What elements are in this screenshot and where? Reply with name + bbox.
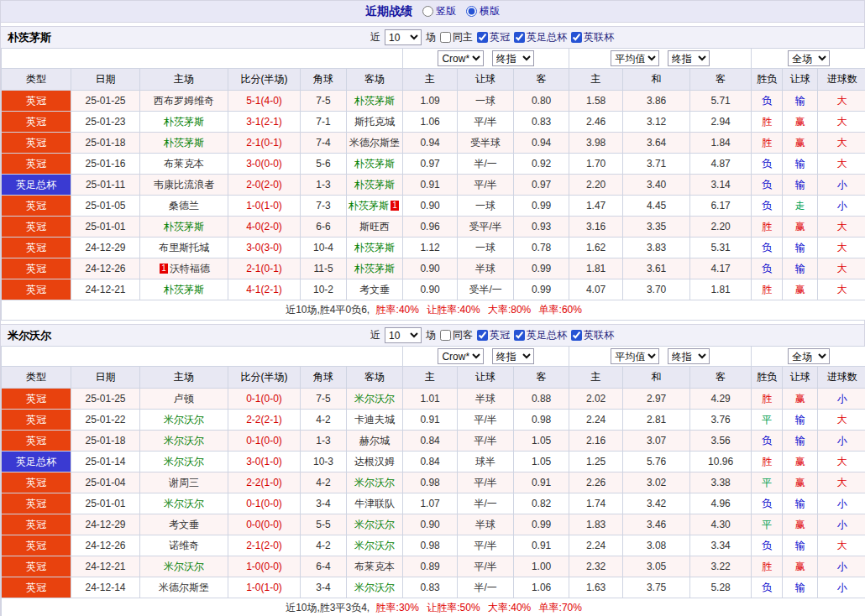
- efl-cup-filter[interactable]: 英联杯: [571, 328, 614, 342]
- scope-select[interactable]: 全场: [788, 348, 830, 364]
- average-select[interactable]: 平均值: [611, 348, 659, 364]
- team-name[interactable]: 布莱克本: [164, 158, 204, 170]
- bookmaker-select[interactable]: Crow*: [438, 348, 484, 364]
- team-name[interactable]: 朴茨茅斯: [164, 221, 204, 232]
- league-badge[interactable]: 英足总杯: [2, 175, 71, 196]
- team-name[interactable]: 朴茨茅斯: [354, 95, 395, 107]
- team-name[interactable]: 朴茨茅斯: [349, 200, 389, 211]
- league-badge[interactable]: 英冠: [2, 389, 71, 410]
- score-cell[interactable]: 2-1(2-0): [228, 535, 301, 556]
- match-count-select[interactable]: 10: [385, 29, 422, 45]
- team-name[interactable]: 米尔沃尔: [164, 414, 204, 425]
- team-name[interactable]: 米德尔斯堡: [349, 137, 400, 149]
- team-name[interactable]: 卢顿: [174, 393, 194, 405]
- team-name[interactable]: 米德尔斯堡: [159, 582, 209, 593]
- view-option-vertical[interactable]: 竖版: [422, 4, 456, 18]
- team-name[interactable]: 米尔沃尔: [164, 561, 204, 572]
- score-cell[interactable]: 2-1(0-1): [228, 133, 301, 154]
- team-name[interactable]: 韦康比流浪者: [154, 179, 214, 191]
- team-name[interactable]: 考文垂: [359, 284, 390, 295]
- score-cell[interactable]: 0-0(0-0): [228, 514, 301, 535]
- team-name[interactable]: 诺维奇: [169, 540, 199, 551]
- championship-filter[interactable]: 英冠: [477, 30, 510, 44]
- league-badge[interactable]: 英冠: [2, 112, 71, 133]
- efl-cup-checkbox[interactable]: [571, 330, 582, 341]
- team-name[interactable]: 卡迪夫城: [354, 414, 395, 425]
- score-cell[interactable]: 3-0(0-0): [228, 154, 301, 175]
- league-badge[interactable]: 英冠: [2, 91, 71, 112]
- team-name[interactable]: 米尔沃尔: [164, 435, 204, 446]
- score-cell[interactable]: 3-0(1-0): [228, 452, 301, 472]
- team-name[interactable]: 朴茨茅斯: [354, 158, 395, 170]
- score-cell[interactable]: 1-0(0-0): [228, 556, 301, 577]
- team-name[interactable]: 米尔沃尔: [164, 498, 204, 509]
- bookmaker-select[interactable]: Crow*: [438, 50, 484, 66]
- league-badge[interactable]: 英冠: [2, 154, 71, 175]
- team-name[interactable]: 米尔沃尔: [354, 540, 395, 551]
- team-name[interactable]: 牛津联队: [354, 498, 395, 509]
- score-cell[interactable]: 3-1(2-1): [228, 112, 301, 133]
- score-cell[interactable]: 2-2(2-1): [228, 410, 301, 431]
- score-cell[interactable]: 0-1(0-0): [228, 493, 301, 514]
- league-badge[interactable]: 英冠: [2, 514, 71, 535]
- team-name[interactable]: 考文垂: [169, 519, 199, 530]
- team-name[interactable]: 斯旺西: [359, 221, 390, 232]
- score-cell[interactable]: 0-1(0-0): [228, 389, 301, 410]
- scope-select[interactable]: 全场: [788, 50, 830, 66]
- vertical-view-radio[interactable]: [422, 6, 433, 17]
- team-name[interactable]: 西布罗姆维奇: [154, 95, 214, 107]
- league-badge[interactable]: 英冠: [2, 472, 71, 493]
- league-badge[interactable]: 英冠: [2, 493, 71, 514]
- final-odds-select-1[interactable]: 终指: [492, 50, 534, 66]
- team-name[interactable]: 布里斯托城: [159, 242, 209, 253]
- score-cell[interactable]: 2-1(0-1): [228, 258, 301, 279]
- team-name[interactable]: 米尔沃尔: [354, 519, 395, 530]
- same-venue-filter[interactable]: 同客: [440, 328, 473, 342]
- team-name[interactable]: 沃特福德: [170, 263, 210, 274]
- score-cell[interactable]: 2-2(1-0): [228, 472, 301, 493]
- final-odds-select-2[interactable]: 终指: [668, 348, 710, 364]
- fa-cup-filter[interactable]: 英足总杯: [514, 30, 567, 44]
- score-cell[interactable]: 1-0(1-0): [228, 577, 301, 598]
- same-venue-checkbox[interactable]: [440, 330, 451, 341]
- team-name[interactable]: 朴茨茅斯: [354, 179, 395, 191]
- view-option-horizontal[interactable]: 横版: [466, 4, 500, 18]
- championship-checkbox[interactable]: [477, 330, 488, 341]
- fa-cup-checkbox[interactable]: [514, 330, 525, 341]
- fa-cup-checkbox[interactable]: [514, 32, 525, 43]
- league-badge[interactable]: 英冠: [2, 431, 71, 452]
- league-badge[interactable]: 英冠: [2, 196, 71, 217]
- league-badge[interactable]: 英冠: [2, 410, 71, 431]
- league-badge[interactable]: 英冠: [2, 133, 71, 154]
- efl-cup-checkbox[interactable]: [571, 32, 582, 43]
- team-name[interactable]: 米尔沃尔: [164, 456, 204, 467]
- team-name[interactable]: 斯托克城: [354, 116, 395, 128]
- league-badge[interactable]: 英冠: [2, 279, 71, 300]
- match-count-select[interactable]: 10: [385, 327, 422, 343]
- team-name[interactable]: 布莱克本: [354, 561, 395, 572]
- team-name[interactable]: 米尔沃尔: [354, 477, 395, 488]
- score-cell[interactable]: 4-0(2-0): [228, 217, 301, 238]
- league-badge[interactable]: 英冠: [2, 535, 71, 556]
- fa-cup-filter[interactable]: 英足总杯: [514, 328, 567, 342]
- league-badge[interactable]: 英冠: [2, 217, 71, 238]
- score-cell[interactable]: 2-0(2-0): [228, 175, 301, 196]
- same-venue-filter[interactable]: 同主: [440, 30, 473, 44]
- team-name[interactable]: 桑德兰: [169, 200, 199, 211]
- team-name[interactable]: 赫尔城: [359, 435, 390, 446]
- league-badge[interactable]: 英冠: [2, 556, 71, 577]
- team-name[interactable]: 朴茨茅斯: [164, 284, 204, 295]
- league-badge[interactable]: 英足总杯: [2, 452, 71, 472]
- average-select[interactable]: 平均值: [611, 50, 659, 66]
- score-cell[interactable]: 0-1(0-0): [228, 431, 301, 452]
- league-badge[interactable]: 英冠: [2, 577, 71, 598]
- team-name[interactable]: 朴茨茅斯: [164, 137, 204, 149]
- team-name[interactable]: 谢周三: [169, 477, 199, 488]
- final-odds-select-2[interactable]: 终指: [668, 50, 710, 66]
- same-venue-checkbox[interactable]: [440, 32, 451, 43]
- efl-cup-filter[interactable]: 英联杯: [571, 30, 614, 44]
- team-name[interactable]: 达根汉姆: [354, 456, 395, 467]
- league-badge[interactable]: 英冠: [2, 258, 71, 279]
- horizontal-view-radio[interactable]: [466, 6, 477, 17]
- score-cell[interactable]: 5-1(4-0): [228, 91, 301, 112]
